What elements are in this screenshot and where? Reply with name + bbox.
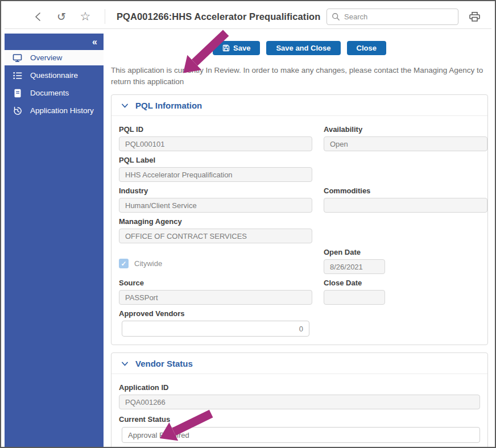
close-button-label: Close xyxy=(357,44,377,52)
approved-vendors-field xyxy=(122,321,309,337)
sidebar-item-application-history[interactable]: Application History xyxy=(5,103,104,118)
commodities-field xyxy=(324,198,487,213)
print-icon[interactable] xyxy=(468,10,481,23)
history-icon[interactable]: ↺ xyxy=(55,10,68,23)
availability-label: Availability xyxy=(324,125,487,134)
sidebar-item-label: Documents xyxy=(30,89,69,97)
open-date-field xyxy=(324,259,385,274)
sidebar-item-label: Application History xyxy=(30,106,94,115)
open-date-label: Open Date xyxy=(324,248,487,256)
star-favorite-icon[interactable]: ☆ xyxy=(78,9,92,23)
save-floppy-icon xyxy=(222,44,230,52)
book-icon xyxy=(13,88,22,98)
action-button-row: Save Save and Close Close xyxy=(111,41,488,55)
sidebar-item-questionnaire[interactable]: Questionnaire xyxy=(5,68,104,83)
citywide-label: Citywide xyxy=(134,259,162,268)
save-button[interactable]: Save xyxy=(213,41,260,55)
vendor-status-panel: Vendor Status Application ID Current Sta… xyxy=(111,352,488,447)
back-icon[interactable] xyxy=(31,10,44,23)
sidebar-item-label: Overview xyxy=(30,53,62,62)
approved-vendors-label: Approved Vendors xyxy=(119,309,309,318)
application-id-field xyxy=(119,395,480,409)
citywide-checkbox xyxy=(119,259,129,268)
save-button-label: Save xyxy=(233,44,250,52)
managing-agency-field xyxy=(119,229,312,243)
managing-agency-label: Managing Agency xyxy=(119,217,312,226)
commodities-label: Commodities xyxy=(324,186,487,195)
search-icon xyxy=(332,13,340,21)
source-field xyxy=(119,290,312,305)
sidebar-item-label: Questionnaire xyxy=(30,71,78,80)
topbar-divider xyxy=(105,9,105,24)
list-icon xyxy=(13,70,22,80)
main-content: Save Save and Close Close This applicati… xyxy=(104,34,491,447)
industry-label: Industry xyxy=(119,186,312,195)
availability-field xyxy=(324,136,487,151)
history-icon xyxy=(13,106,22,115)
close-date-field xyxy=(324,290,385,305)
sidebar-nav: « Overview Questionnaire Documents xyxy=(5,34,104,447)
pql-information-panel: PQL Information PQL ID Availability xyxy=(111,94,488,345)
industry-field xyxy=(119,198,312,213)
application-id-label: Application ID xyxy=(119,383,480,392)
pql-label-field xyxy=(119,167,312,182)
chevron-down-icon xyxy=(122,362,128,366)
monitor-icon xyxy=(13,53,22,63)
vendor-status-header[interactable]: Vendor Status xyxy=(111,353,487,374)
application-activity-label: Application Activity xyxy=(119,446,480,447)
source-label: Source xyxy=(119,279,312,287)
current-status-field[interactable] xyxy=(122,427,480,443)
search-input[interactable] xyxy=(344,13,453,21)
pql-id-field xyxy=(119,136,312,151)
pql-id-label: PQL ID xyxy=(119,125,312,134)
close-button[interactable]: Close xyxy=(347,41,386,55)
close-date-label: Close Date xyxy=(324,279,487,287)
sidebar-item-overview[interactable]: Overview xyxy=(5,50,104,65)
section-title: Vendor Status xyxy=(135,359,193,368)
sidebar-collapse-button[interactable]: « xyxy=(5,34,104,50)
save-and-close-button-label: Save and Close xyxy=(276,44,330,52)
status-notice: This application is currently In Review.… xyxy=(111,65,486,87)
search-box[interactable] xyxy=(326,9,458,25)
top-bar: ↺ ☆ PQA001266:HHS Accelerator Prequalifi… xyxy=(5,5,491,29)
save-and-close-button[interactable]: Save and Close xyxy=(266,41,340,55)
page-title: PQA001266:HHS Accelerator Prequalificati… xyxy=(117,11,320,22)
sidebar-item-documents[interactable]: Documents xyxy=(5,85,104,101)
section-title: PQL Information xyxy=(135,101,202,110)
current-status-label: Current Status xyxy=(119,415,480,424)
chevron-down-icon xyxy=(122,103,128,108)
pql-information-header[interactable]: PQL Information xyxy=(111,95,487,116)
collapse-icon: « xyxy=(92,38,97,47)
pql-label-label: PQL Label xyxy=(119,156,312,164)
app-window: ↺ ☆ PQA001266:HHS Accelerator Prequalifi… xyxy=(0,0,496,448)
